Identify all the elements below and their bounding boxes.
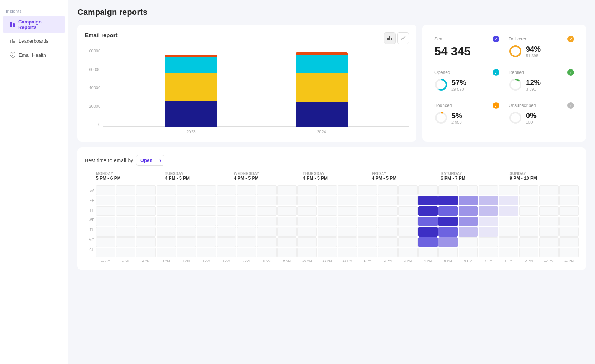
sidebar-item-leaderboards[interactable]: Leaderboards [3,34,65,48]
hc [136,248,155,257]
hc [559,206,579,216]
hc [177,227,196,237]
hc [459,185,478,195]
hc [298,185,317,195]
day-thursday-name: THURSDAY [303,172,372,176]
hc [378,185,397,195]
hc [257,206,276,216]
hc [338,196,357,205]
y-label-th: TH [85,208,96,212]
day-wednesday-name: WEDNESDAY [234,172,303,176]
bar-chart-toggle[interactable] [384,32,396,44]
hc [378,206,397,216]
bar-2023-yellow [165,73,217,101]
stat-unsubscribed-badge: ✓ [567,102,574,109]
day-sunday-time: 9 PM - 10 PM [510,176,579,181]
day-thursday: THURSDAY 4 PM - 5 PM [303,172,372,181]
hc [358,227,377,237]
stat-sent-value: 54 345 [434,45,471,58]
hc [398,227,418,237]
hc [418,237,438,247]
stat-opened-sub: 29 590 [451,87,466,91]
hc [438,196,458,205]
hc [479,227,498,237]
hc [539,248,559,257]
stat-delivered-sub: 51 395 [526,53,541,58]
best-time-select-wrapper[interactable]: Open Click Reply [136,155,164,166]
x-label-9am: 9 AM [277,259,297,263]
day-friday: FRIDAY 4 PM - 5 PM [372,172,441,181]
hc [459,248,478,257]
day-monday: MONDAY 5 PM - 6 PM [96,172,165,181]
sidebar-item-label: Email Health [19,52,46,58]
hc [418,217,438,226]
y-label-0: 0 [98,122,100,127]
heatmap: SA FR TH WE TU MO SU [85,185,579,263]
hc [177,185,196,195]
hc [539,206,559,216]
hc [298,227,317,237]
stat-unsubscribed: Unsubscribed ✓ 0% 100 [504,97,579,130]
hc [398,248,418,257]
hc [479,196,498,205]
hc [157,237,176,247]
hc [559,217,579,226]
hc [418,227,438,237]
hc [438,227,458,237]
hc [136,196,155,205]
hc [519,196,538,205]
hc [217,227,236,237]
hc [257,248,276,257]
opened-donut [434,78,448,91]
hc [298,206,317,216]
hc [257,217,276,226]
line-chart-toggle[interactable] [397,32,409,44]
hc [378,227,397,237]
hc [217,206,236,216]
heatmap-row-su [96,248,579,257]
day-monday-time: 5 PM - 6 PM [96,176,165,181]
hc [418,185,438,195]
x-label-2pm: 2 PM [378,259,397,263]
hc [257,196,276,205]
hc [177,237,196,247]
hc [237,237,256,247]
hc [459,196,478,205]
y-label-60000: 60000 [89,49,100,53]
day-tuesday-time: 4 PM - 5 PM [165,176,234,181]
hc [499,217,518,226]
sidebar-item-email-health[interactable]: Email Health [3,48,65,62]
hc [157,196,176,205]
hc [157,248,176,257]
unsubscribed-donut [509,111,522,124]
hc [559,248,579,257]
heatmap-x-labels: 12 AM 1 AM 2 AM 3 AM 4 AM 5 AM 6 AM 7 AM… [96,259,579,263]
y-label-20000: 20000 [89,104,100,108]
hc [136,185,155,195]
hc [499,185,518,195]
hc [479,237,498,247]
hc [338,227,357,237]
y-label-mo: MO [85,238,96,242]
stat-unsubscribed-label: Unsubscribed [509,103,536,108]
heatmap-grid: 12 AM 1 AM 2 AM 3 AM 4 AM 5 AM 6 AM 7 AM… [96,185,579,263]
sidebar-item-campaign-reports[interactable]: Campaign Reports [3,16,65,33]
stats-card: Sent ✓ 54 345 Delivered ✓ [422,25,586,142]
hc [136,217,155,226]
x-label-3pm: 3 PM [398,259,418,263]
hc [539,185,559,195]
hc [378,237,397,247]
day-friday-time: 4 PM - 5 PM [372,176,441,181]
day-tuesday-name: TUESDAY [165,172,234,176]
health-icon [9,52,16,58]
bar-2023-cyan [165,57,217,73]
hc [338,248,357,257]
svg-rect-4 [13,41,15,43]
hc [197,217,216,226]
hc [398,237,418,247]
hc [539,227,559,237]
hc [338,217,357,226]
hc [398,206,418,216]
best-time-select[interactable]: Open Click Reply [136,155,164,166]
hc [519,248,538,257]
